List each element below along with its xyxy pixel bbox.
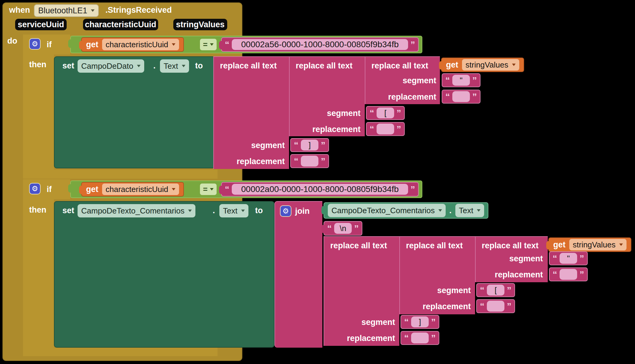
chevron-down-icon [91,9,95,12]
set-property-dropdown[interactable]: Text [160,59,189,73]
replacement-text-field[interactable] [411,333,429,343]
segment-text-field[interactable]: " [452,75,470,86]
open-quote: “ [445,76,450,85]
equals-operator-dropdown[interactable]: = [200,39,217,50]
set-CampoDeTexto-Comentarios-Text-block[interactable]: set CampoDeTexto_Comentarios . Text to [54,201,274,348]
replace-all-text-block-2-outer[interactable] [324,236,399,346]
param-stringValues-label: stringValues [176,20,225,29]
segment-text-field[interactable]: [ [487,285,504,296]
replace-all-text-label: replace all text [371,61,428,71]
segment-string-block[interactable]: “ [ ” [366,106,405,120]
equals-block-2[interactable]: get characteristicUuid = “ 00002a00-0000… [70,180,422,198]
segment-text-field[interactable]: ] [411,316,429,327]
open-quote: “ [553,254,557,263]
newline-string-block[interactable]: “ \n ” [324,221,362,236]
mutator-gear-icon[interactable]: ⚙ [280,205,291,217]
param-stringValues: stringValues [173,19,227,30]
blocks-workspace[interactable]: when BluetoothLE1 .StringsReceived servi… [0,0,635,364]
replacement-text-field[interactable] [487,301,504,312]
set-component-dropdown[interactable]: CampoDeDato [78,59,144,73]
param-characteristicUuid-label: characteristicUuid [85,20,156,29]
uuid-string-block-1[interactable]: “ 00002a56-0000-1000-8000-00805f9b34fb ” [221,37,419,52]
open-quote: “ [480,286,484,295]
replacement-text-field[interactable] [560,269,577,280]
newline-text-field[interactable]: \n [334,223,352,234]
replacement-label: replacement [484,270,543,280]
get-stringValues-block-2[interactable]: get stringValues [548,237,631,252]
getter-component-dropdown[interactable]: CampoDeTexto_Comentarios [328,204,446,217]
replacement-string-block[interactable]: “ ” [401,331,439,345]
segment-text-field[interactable]: [ [377,108,394,118]
join-label: join [295,206,310,216]
replacement-text-field[interactable] [377,124,394,134]
uuid-string-block-2[interactable]: “ 00002a00-0000-1000-8000-00805f9b34fb ” [221,182,419,197]
variable-dropdown[interactable]: characteristicUuid [102,39,179,50]
set-CampoDeDato-Text-block[interactable]: set CampoDeDato . Text to [54,56,215,168]
set-component-dropdown[interactable]: CampoDeTexto_Comentarios [78,204,195,217]
close-quote: ” [472,76,477,85]
replacement-text-field[interactable] [301,156,318,167]
variable-dropdown[interactable]: stringValues [569,239,627,250]
close-quote: ” [431,317,436,326]
segment-label: segment [336,317,395,327]
then-label-1: then [29,59,46,70]
mutator-gear-icon[interactable]: ⚙ [29,183,41,194]
when-label: when [9,5,30,15]
open-quote: “ [225,40,229,49]
segment-string-block[interactable]: “ " ” [442,73,480,87]
chevron-down-icon [182,65,185,67]
uuid-text-field[interactable]: 00002a00-0000-1000-8000-00805f9b34fb [232,184,408,195]
close-quote: ” [321,141,325,150]
puzzle-tab [68,184,71,193]
component-dropdown[interactable]: BluetoothLE1 [34,4,99,17]
replacement-string-block[interactable]: “ ” [442,90,480,104]
dot-label: . [213,205,215,216]
close-quote: ” [431,333,436,342]
close-quote: ” [580,270,584,279]
segment-string-block[interactable]: “ [ ” [476,283,515,297]
replacement-text-field[interactable] [452,91,470,102]
replace-all-text-block-1-outer[interactable] [213,56,289,169]
segment-string-block[interactable]: “ " ” [549,251,588,265]
replacement-string-block[interactable]: “ ” [476,299,515,313]
getter-property-dropdown[interactable]: Text [455,204,484,217]
variable-dropdown[interactable]: characteristicUuid [102,184,179,195]
close-quote: ” [397,124,401,134]
segment-string-block[interactable]: “ ] ” [290,138,329,152]
variable-dropdown[interactable]: stringValues [462,59,519,71]
replacement-string-block[interactable]: “ ” [366,122,405,136]
get-characteristicUuid-block-1[interactable]: get characteristicUuid [81,37,184,52]
equals-operator-dropdown[interactable]: = [200,184,217,195]
segment-label: segment [225,141,285,150]
set-property-dropdown[interactable]: Text [219,204,248,217]
mutator-gear-icon[interactable]: ⚙ [29,38,41,50]
segment-label: segment [301,108,361,118]
dot-label: . [153,61,156,71]
close-quote: ” [507,286,511,295]
set-label: set [62,205,74,216]
get-stringValues-block-1[interactable]: get stringValues [441,58,524,72]
open-quote: “ [370,108,374,117]
segment-text-field[interactable]: " [560,253,577,264]
set-property-name: Text [164,61,178,71]
replacement-string-block[interactable]: “ ” [549,267,588,281]
replacement-string-block[interactable]: “ ” [290,154,329,168]
equals-block-1[interactable]: get characteristicUuid = “ 00002a56-0000… [70,36,422,53]
CampoDeTexto-Comentarios-Text-getter-block[interactable]: CampoDeTexto_Comentarios . Text [324,202,488,219]
replace-all-text-label: replace all text [482,240,539,251]
get-characteristicUuid-block-2[interactable]: get characteristicUuid [81,182,184,197]
chevron-down-icon [188,210,192,212]
component-dropdown-value: BluetoothLE1 [38,6,87,15]
puzzle-tab [68,39,71,48]
if-label-1: if [47,39,52,50]
segment-string-block[interactable]: “ ] ” [401,315,439,329]
uuid-text-field[interactable]: 00002a56-0000-1000-8000-00805f9b34fb [232,39,408,50]
join-block[interactable]: ⚙ join [274,201,322,348]
set-component-name: CampoDeDato [81,61,133,71]
segment-text-field[interactable]: ] [301,140,318,151]
open-quote: “ [327,224,332,233]
replace-all-text-label: replace all text [330,240,387,251]
param-characteristicUuid: characteristicUuid [83,19,158,30]
open-quote: “ [225,185,229,194]
chevron-down-icon [210,188,214,190]
